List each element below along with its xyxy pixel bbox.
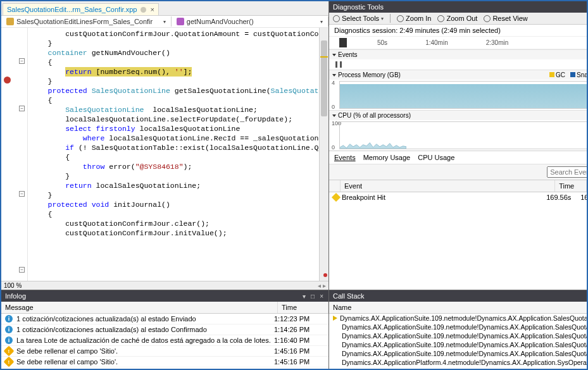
col-message[interactable]: Message [1,302,278,313]
infolog-row[interactable]: Se debe rellenar el campo 'Sitio'.1:45:1… [1,346,328,357]
infolog-row[interactable]: i1 cotización/cotizaciones actualizada(s… [1,367,328,370]
scroll-h-icon[interactable]: ◂ ▸ [318,282,326,289]
callstack-row[interactable]: Dynamics.AX.ApplicationPlatform.1.netmod… [329,367,588,370]
current-frame-icon [333,316,337,321]
scrollbar-vertical[interactable] [319,28,328,281]
tab-label: SalesQuotationEdit...rm_Sales_Confir.xpp [7,6,137,13]
pin-icon[interactable] [141,7,146,13]
col-time[interactable]: Time [278,302,328,313]
pane-title-bar: Call Stack ▾□× [329,290,588,302]
row-message: La tarea Lote de actualización de caché … [16,336,274,344]
event-name: Breakpoint Hit [342,194,544,201]
fold-icon[interactable]: − [19,58,25,64]
callstack-row[interactable]: Dynamics.AX.ApplicationSuite.109.netmodu… [329,323,588,331]
nav-marker-icon[interactable] [323,273,327,277]
row-time: 1:45:16 PM [274,358,325,366]
callstack-row[interactable]: Dynamics.AX.ApplicationSuite.109.netmodu… [329,340,588,349]
pane-title-bar: Infolog ▾□× [1,290,328,302]
infolog-row[interactable]: i1 cotización/cotizaciones actualizada(s… [1,314,328,324]
tab-memory-usage[interactable]: Memory Usage [363,154,411,161]
select-tools-button[interactable]: Select Tools ▾ [333,15,384,22]
call-stack-panel: Call Stack ▾□× Name Lang Dynamics.AX.App… [329,290,588,370]
col-time[interactable]: Time [555,180,587,192]
zoom-in-button[interactable]: Zoom In [397,15,431,22]
tab-cpu-usage[interactable]: CPU Usage [418,154,454,161]
breadcrumb-class[interactable]: SalesQuotationEditLinesForm_Sales_Confir… [1,16,172,27]
zoom-out-button[interactable]: Zoom Out [437,15,477,22]
chevron-down-icon: ▾ [381,16,384,22]
callstack-row[interactable]: Dynamics.AX.ApplicationPlatform.4.netmod… [329,358,588,367]
infolog-body[interactable]: i1 cotización/cotizaciones actualizada(s… [1,314,328,370]
info-icon: i [5,336,13,344]
frame-icon [333,350,339,357]
breakpoint-icon[interactable] [4,77,11,83]
timeline-tick: 50s [377,39,387,46]
col-name[interactable]: Name [329,302,588,313]
col-event[interactable]: Event [341,180,555,192]
memory-header[interactable]: Process Memory (GB) GC Snapshot Private … [329,70,588,80]
frame-icon [333,324,339,330]
event-row[interactable]: Breakpoint Hit 169.56s 169,569ms [14956] [329,192,588,202]
row-message: 1 cotización/cotizaciones actualizada(s)… [16,315,274,323]
search-input[interactable] [547,166,588,178]
cpu-chart[interactable]: 1000 1000 [329,120,588,151]
cpu-header[interactable]: CPU (% of all processors) [329,110,588,120]
tab-strip: SalesQuotationEdit...rm_Sales_Confir.xpp… [1,1,328,15]
callstack-header: Name Lang [329,302,588,314]
gc-swatch-icon [549,72,554,77]
chevron-down-icon[interactable]: ▾ [320,19,323,25]
timeline-handle-left[interactable] [339,38,347,47]
chevron-down-icon[interactable]: ▾ [163,19,166,25]
breadcrumb-method[interactable]: getNumAndVoucher() ▾ [172,16,328,27]
code-body[interactable]: custQuotationConfirmJour.QuotationAmount… [28,28,319,281]
infolog-row[interactable]: Se debe rellenar el campo 'Sitio'.1:45:1… [1,357,328,367]
diag-tabs: Events Memory Usage CPU Usage [329,151,588,164]
infolog-row[interactable]: i1 cotización/cotizaciones actualizada(s… [1,324,328,335]
pane-title: Call Stack [333,292,365,300]
frame-icon [333,342,339,348]
frame-name: Dynamics.AX.ApplicationSuite.109.netmodu… [342,341,588,348]
fold-icon[interactable]: − [19,106,25,111]
timeline[interactable]: 50s 1:40min 2:30min [329,37,588,49]
fold-icon[interactable]: − [19,191,25,197]
frame-name: Dynamics.AX.ApplicationSuite.109.netmodu… [342,350,588,357]
callstack-row[interactable]: Dynamics.AX.ApplicationSuite.109.netmodu… [329,331,588,340]
scrollbar-thumb[interactable] [321,40,327,116]
breadcrumb: SalesQuotationEditLinesForm_Sales_Confir… [1,15,328,28]
info-icon: i [5,326,13,333]
reset-view-button[interactable]: Reset View [484,15,527,22]
breakpoint-event-icon [332,193,341,202]
row-message: Se debe rellenar el campo 'Sitio'. [16,358,274,366]
close-icon[interactable]: × [150,6,154,13]
memory-chart[interactable]: 40 40 [329,80,588,110]
row-time: 1:45:16 PM [274,347,325,355]
pane-title: Diagnostic Tools [333,3,384,11]
frame-icon [333,359,339,366]
close-icon[interactable]: × [318,293,325,300]
breadcrumb-method-label: getNumAndVoucher() [187,18,254,25]
pause-icon [335,61,342,68]
search-row: ▾ [329,164,588,180]
row-message: 1 cotización/cotizaciones actualizada(s)… [16,326,274,333]
event-duration: 169,569ms [580,194,588,201]
file-tab[interactable]: SalesQuotationEdit...rm_Sales_Confir.xpp… [3,3,159,15]
events-track [329,59,588,70]
zoom-level[interactable]: 100 % [4,282,22,289]
dropdown-icon[interactable]: ▾ [301,293,307,300]
callstack-body[interactable]: Dynamics.AX.ApplicationSuite.109.netmodu… [329,314,588,370]
pin-icon[interactable]: □ [310,293,316,300]
fold-icon[interactable]: − [19,267,25,273]
frame-name: Dynamics.AX.ApplicationSuite.109.netmodu… [340,314,588,322]
callstack-row[interactable]: Dynamics.AX.ApplicationSuite.109.netmodu… [329,349,588,358]
memory-area [340,84,588,108]
events-header[interactable]: Events [329,49,588,59]
tab-events[interactable]: Events [334,154,356,161]
code-area[interactable]: − − − − custQuotationConfirmJour.Quotati… [1,28,328,281]
gutter[interactable]: − − − − [1,28,28,281]
cpu-line [340,122,406,149]
status-bar: 100 % ◂ ▸ [1,281,328,290]
breadcrumb-class-label: SalesQuotationEditLinesForm_Sales_Confir [16,18,153,25]
class-icon [6,18,14,25]
callstack-row[interactable]: Dynamics.AX.ApplicationSuite.109.netmodu… [329,314,588,323]
infolog-row[interactable]: iLa tarea Lote de actualización de caché… [1,335,328,346]
